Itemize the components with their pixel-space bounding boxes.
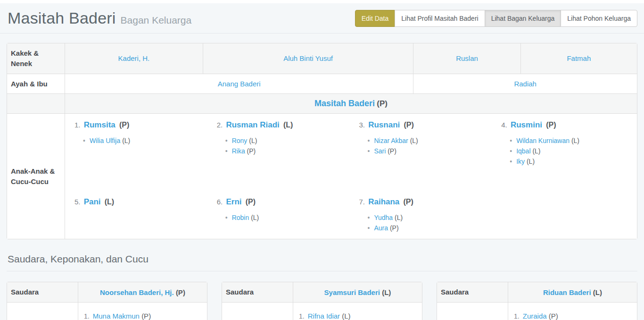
nephew-list: 1. Zuraida (P) Andika Nugraha Rahman (L) — [512, 307, 633, 320]
child-link[interactable]: Rusmini — [511, 120, 542, 129]
grandchild-link[interactable]: Wildan Kurniawan — [516, 137, 570, 144]
nephew-entry: 1. Rifna Idiar (L) Sari Mardiah (P) — [299, 311, 418, 320]
sibling-card: Saudara Noorsehan Baderi, Hj. (P) Kepona… — [7, 282, 207, 320]
grandchild-link[interactable]: Rony — [232, 137, 248, 144]
saudara-label: Saudara — [437, 282, 508, 303]
self-gender-tag: (P) — [377, 99, 388, 108]
nephew-entry: 1. Zuraida (P) Andika Nugraha Rahman (L) — [514, 311, 633, 320]
gender-tag: (P) — [247, 147, 256, 155]
view-pohon-button[interactable]: Lihat Pohon Keluarga — [561, 10, 637, 27]
nephew-link[interactable]: Rifna Idiar — [308, 312, 340, 320]
self-link[interactable]: Masitah Baderi — [314, 99, 375, 108]
saudara-label: Saudara — [222, 282, 293, 303]
saudara-row: Saudara Noorsehan Baderi, Hj. (P) — [7, 282, 207, 303]
grandchild-entry: Wilia Ulfija (L) — [83, 135, 206, 146]
gender-tag: (L) — [283, 121, 293, 129]
mother-link[interactable]: Radiah — [514, 80, 537, 88]
gender-tag: (P) — [549, 312, 558, 320]
gender-tag: (L) — [527, 158, 535, 165]
gender-tag: (L) — [251, 214, 259, 221]
child-link[interactable]: Rusnani — [368, 120, 400, 129]
child-link[interactable]: Rusman Riadi — [226, 120, 279, 129]
child-link[interactable]: Raihana — [368, 197, 399, 206]
gender-tag: (L) — [249, 137, 257, 144]
gender-tag: (L) — [410, 137, 418, 144]
grandchild-entry: Wildan Kurniawan (L) — [510, 135, 632, 146]
parents-label: Ayah & Ibu — [7, 74, 65, 94]
saudara-label: Saudara — [7, 282, 78, 303]
grandchildren-list: Rony (L) Rika (P) — [217, 135, 348, 156]
gender-tag: (P) — [246, 198, 256, 206]
keponakan-label: Keponakan & Cucu-Cucu — [7, 303, 78, 320]
children-list: 1. Rumsita (P) Wilia Ulfija (L) 2. Rusma… — [65, 114, 637, 239]
grandchild-link[interactable]: Sari — [374, 147, 386, 155]
sibling-link[interactable]: Noorsehan Baderi, Hj. — [100, 288, 174, 296]
grandchildren-list: Robin (L) — [217, 212, 348, 223]
child-entry: 3. Rusnani (P) Nizar Akbar (L) Sari (P) — [353, 116, 495, 193]
father-link[interactable]: Anang Baderi — [218, 80, 261, 88]
nephew-link[interactable]: Zuraida — [523, 312, 547, 320]
grandchild-entry: Rony (L) — [225, 135, 348, 146]
sibling-card: Saudara Syamsuri Baderi (L) Keponakan & … — [222, 282, 422, 320]
nephew-link[interactable]: Muna Makmun — [93, 312, 140, 320]
child-link[interactable]: Erni — [226, 197, 241, 206]
gender-tag: (P) — [388, 147, 396, 155]
grandchild-entry: Rika (P) — [225, 146, 348, 156]
grandfather-maternal-link[interactable]: Ruslan — [456, 54, 478, 62]
sibling-card: Saudara Riduan Baderi (L) Keponakan & Cu… — [437, 282, 637, 320]
grandchildren-list: Nizar Akbar (L) Sari (P) — [359, 135, 490, 156]
sibling-link[interactable]: Riduan Baderi — [543, 288, 591, 296]
child-entry: 1. Rumsita (P) Wilia Ulfija (L) — [68, 116, 210, 193]
sibling-cards: Saudara Noorsehan Baderi, Hj. (P) Kepona… — [7, 282, 637, 320]
grandchild-link[interactable]: Wilia Ulfija — [90, 137, 120, 144]
nephew-list: 1. Muna Makmun (P) Nafies Luthfi (L) — [82, 307, 203, 320]
grandmother-paternal-link[interactable]: Aluh Binti Yusuf — [283, 54, 333, 62]
grandchild-link[interactable]: Aura — [374, 224, 388, 232]
grandchildren-list: Yudha (L) Aura (P) — [359, 212, 490, 233]
family-chart-table: Kakek & Nenek Kaderi, H. Aluh Binti Yusu… — [7, 43, 637, 239]
gender-tag: (L) — [122, 137, 130, 144]
children-row: Anak-Anak & Cucu-Cucu 1. Rumsita (P) Wil… — [7, 114, 637, 239]
child-link[interactable]: Rumsita — [84, 120, 116, 129]
grandchild-entry: Iky (L) — [510, 156, 632, 167]
child-link[interactable]: Pani — [84, 197, 101, 206]
saudara-row: Saudara Riduan Baderi (L) — [437, 282, 637, 303]
gender-tag: (P) — [390, 224, 399, 232]
nephew-number: 1. — [514, 312, 520, 320]
child-number: 7. — [359, 198, 365, 206]
child-number: 2. — [217, 121, 223, 129]
sibling-link[interactable]: Syamsuri Baderi — [324, 288, 380, 296]
view-bagan-button[interactable]: Lihat Bagan Keluarga — [485, 10, 561, 27]
nephew-number: 1. — [299, 312, 305, 320]
grandchild-link[interactable]: Robin — [232, 214, 249, 221]
child-entry: 2. Rusman Riadi (L) Rony (L) Rika (P) — [210, 116, 353, 193]
grandchild-entry: Iqbal (L) — [510, 146, 632, 156]
grandchild-link[interactable]: Iky — [516, 158, 525, 165]
nephew-list: 1. Rifna Idiar (L) Sari Mardiah (P) — [297, 307, 418, 320]
grandchild-link[interactable]: Rika — [232, 147, 245, 155]
child-number: 3. — [359, 121, 365, 129]
grandchild-link[interactable]: Yudha — [374, 214, 393, 221]
grandchild-link[interactable]: Iqbal — [516, 147, 530, 155]
keponakan-row: Keponakan & Cucu-Cucu 1. Zuraida (P) And… — [437, 303, 637, 320]
action-button-group: Edit Data Lihat Profil Masitah Baderi Li… — [355, 10, 637, 27]
gender-tag: (P) — [119, 121, 129, 129]
grandchildren-list: Wildan Kurniawan (L) Iqbal (L) Iky (L) — [501, 135, 632, 167]
gender-tag: (P) — [176, 288, 185, 296]
gender-tag: (L) — [571, 137, 579, 144]
view-profile-button[interactable]: Lihat Profil Masitah Baderi — [395, 10, 485, 27]
gender-tag: (L) — [593, 288, 602, 296]
parents-row: Ayah & Ibu Anang Baderi Radiah — [7, 74, 637, 94]
grandmother-maternal-link[interactable]: Fatmah — [567, 54, 591, 62]
gender-tag: (P) — [141, 312, 151, 320]
child-number: 5. — [74, 198, 81, 206]
edit-data-button[interactable]: Edit Data — [355, 10, 396, 27]
nephew-entry: 1. Muna Makmun (P) Nafies Luthfi (L) — [84, 311, 203, 320]
gender-tag: (P) — [404, 198, 413, 206]
grandfather-paternal-link[interactable]: Kaderi, H. — [118, 54, 150, 62]
grandchildren-list: Wilia Ulfija (L) — [74, 135, 206, 146]
nephew-number: 1. — [84, 312, 90, 320]
grandchild-link[interactable]: Nizar Akbar — [374, 137, 408, 144]
keponakan-row: Keponakan & Cucu-Cucu 1. Rifna Idiar (L)… — [222, 303, 422, 320]
keponakan-label: Keponakan & Cucu-Cucu — [222, 303, 293, 320]
